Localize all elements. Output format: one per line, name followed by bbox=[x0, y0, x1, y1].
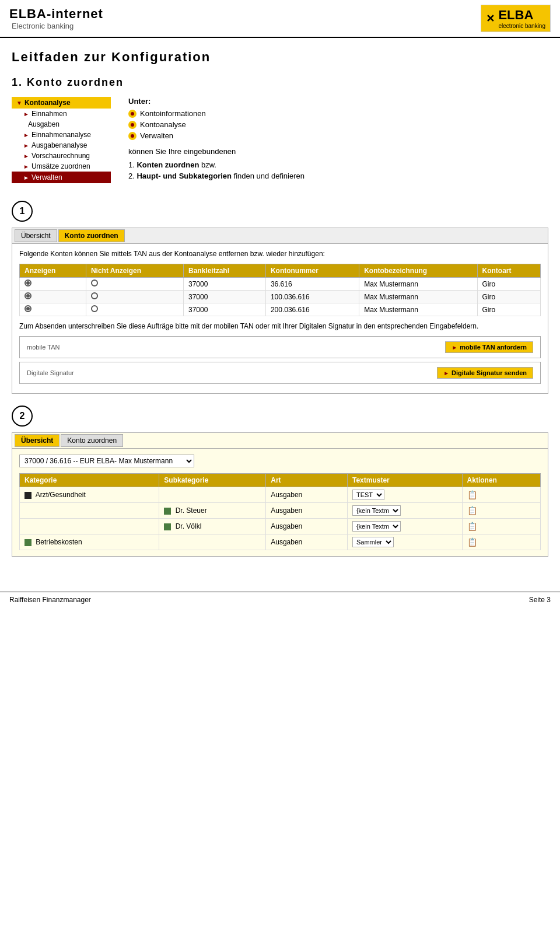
page-title: Leitfaden zur Konfiguration bbox=[12, 50, 548, 65]
sign-section: Zum Absenden unterschreiben Sie diese Au… bbox=[19, 322, 541, 384]
subkat-label-1: Dr. Steuer bbox=[176, 506, 207, 515]
table-row: 37000 36.616 Max Mustermann Giro bbox=[20, 278, 541, 291]
radio-nicht-2[interactable] bbox=[91, 305, 98, 312]
th-aktionen: Aktionen bbox=[462, 474, 540, 487]
action-icon-0[interactable]: 📋 bbox=[467, 490, 477, 499]
bullet-label-2: Verwalten bbox=[140, 131, 173, 140]
tab-ubersicht-1[interactable]: Übersicht bbox=[15, 229, 57, 242]
bullet-icon-2 bbox=[128, 132, 136, 140]
td-bezeichnung-1: Max Mustermann bbox=[359, 291, 477, 303]
header-right: ✕ ELBA electronic banking bbox=[481, 5, 551, 32]
numbered-bold-2: Haupt- und Subkategorien bbox=[136, 172, 232, 180]
td-anzeigen-2 bbox=[20, 303, 86, 316]
table-row: 37000 200.036.616 Max Mustermann Giro bbox=[20, 303, 541, 316]
bullet-item-1: Kontoanalyse bbox=[128, 120, 548, 129]
td-kategorie-0: Arzt/Gesundheit bbox=[20, 487, 159, 503]
textmuster-select-1[interactable]: {kein Textm bbox=[352, 505, 401, 516]
bullet-label-1: Kontoanalyse bbox=[140, 120, 186, 129]
td-kategorie-2 bbox=[20, 519, 159, 534]
th-anzeigen: Anzeigen bbox=[20, 264, 86, 278]
bullet-icon-1 bbox=[128, 121, 136, 129]
digital-sig-btn-label: Digitale Signatur senden bbox=[452, 369, 527, 376]
footer: Raiffeisen Finanzmanager Seite 3 bbox=[0, 592, 560, 607]
digital-sig-button[interactable]: ► Digitale Signatur senden bbox=[437, 367, 533, 379]
textmuster-select-0[interactable]: TEST bbox=[352, 490, 384, 500]
tab-konto-zuordnen-2[interactable]: Konto zuordnen bbox=[61, 434, 123, 447]
info-msg-1: Folgende Konten können Sie mittels TAN a… bbox=[19, 250, 541, 258]
app-header: ELBA-internet Electronic banking ✕ ELBA … bbox=[0, 0, 560, 38]
main-content: Leitfaden zur Konfiguration 1. Konto zuo… bbox=[0, 38, 560, 580]
bullet-icon-0 bbox=[128, 110, 136, 118]
numbered-item-1: 1. Konten zuordnen bzw. bbox=[128, 160, 548, 169]
numbered-bold-1: Konten zuordnen bbox=[136, 160, 199, 169]
td-nicht-0 bbox=[86, 278, 183, 291]
td-kategorie-1 bbox=[20, 503, 159, 519]
action-icon-3[interactable]: 📋 bbox=[467, 537, 477, 547]
td-action-1: 📋 bbox=[462, 503, 540, 519]
td-subkat-3 bbox=[159, 534, 266, 550]
td-kategorie-3: Betriebskosten bbox=[20, 534, 159, 550]
menu-item-einnahmenanalyse[interactable]: ► Einnahmenanalyse bbox=[12, 130, 111, 140]
info-text: können Sie Ihre eingebundenen bbox=[128, 147, 548, 156]
kategorie-label-3: Betriebskosten bbox=[36, 538, 82, 546]
menu-panel: ▼ Kontoanalyse ► Einnahmen Ausgaben ► Ei… bbox=[12, 97, 111, 183]
td-anzeigen-1 bbox=[20, 291, 86, 303]
tab-ubersicht-2[interactable]: Übersicht bbox=[15, 434, 60, 447]
td-blz-0: 37000 bbox=[184, 278, 266, 291]
th-kategorie: Kategorie bbox=[20, 474, 159, 487]
menu-item-einnahmen[interactable]: ► Einnahmen bbox=[12, 109, 111, 119]
radio-nicht-1[interactable] bbox=[91, 292, 98, 299]
footer-left: Raiffeisen Finanzmanager bbox=[9, 596, 91, 604]
tab-konto-zuordnen-1[interactable]: Konto zuordnen bbox=[58, 229, 125, 242]
app-title: ELBA-internet bbox=[9, 6, 103, 22]
menu-item-kontoanalyse[interactable]: ▼ Kontoanalyse bbox=[12, 97, 111, 109]
numbered-item-2: 2. Haupt- und Subkategorien finden und d… bbox=[128, 172, 548, 180]
menu-item-vorschaurechnung[interactable]: ► Vorschaurechnung bbox=[12, 151, 111, 161]
panel-body-1: Folgende Konten können Sie mittels TAN a… bbox=[12, 244, 548, 393]
footer-right: Seite 3 bbox=[529, 596, 551, 604]
arrow-icon-vorschaurechnung: ► bbox=[23, 153, 29, 159]
menu-item-verwalten[interactable]: ► Verwalten bbox=[12, 172, 111, 183]
section1-title: 1. Konto zuordnen bbox=[12, 76, 548, 89]
arrow-icon-einnahmenanalyse: ► bbox=[23, 132, 29, 138]
textmuster-select-2[interactable]: {kein Textm bbox=[352, 521, 401, 532]
mobile-tan-button[interactable]: ► mobile TAN anfordern bbox=[445, 341, 533, 353]
menu-item-ausgabenanalyse[interactable]: ► Ausgabenanalyse bbox=[12, 140, 111, 151]
color-box-3 bbox=[24, 539, 32, 546]
color-box-0 bbox=[24, 492, 32, 499]
td-nicht-1 bbox=[86, 291, 183, 303]
textmuster-select-3[interactable]: Sammler bbox=[352, 537, 394, 547]
radio-nicht-0[interactable] bbox=[91, 279, 98, 286]
btn-arrow-icon: ► bbox=[452, 344, 457, 351]
menu-label-einnahmen: Einnahmen bbox=[32, 110, 67, 118]
mobile-tan-label: mobile TAN bbox=[27, 344, 60, 351]
table-row: Dr. Steuer Ausgaben {kein Textm 📋 bbox=[20, 503, 541, 519]
account-select[interactable]: 37000 / 36.616 -- EUR ELBA- Max Musterma… bbox=[19, 455, 194, 467]
screenshot-panel-1: Übersicht Konto zuordnen Folgende Konten… bbox=[12, 228, 548, 394]
td-kontonr-2: 200.036.616 bbox=[265, 303, 359, 316]
bullet-item-0: Kontoinformationen bbox=[128, 109, 548, 118]
radio-anzeigen-0[interactable] bbox=[24, 279, 32, 286]
menu-label-einnahmenanalyse: Einnahmenanalyse bbox=[32, 131, 91, 139]
td-action-2: 📋 bbox=[462, 519, 540, 534]
menu-item-ausgaben[interactable]: Ausgaben bbox=[12, 119, 111, 130]
logo-x-icon: ✕ bbox=[486, 12, 495, 25]
info-panel: Unter: Kontoinformationen Kontoanalyse V… bbox=[128, 97, 548, 183]
td-art-0: Giro bbox=[477, 278, 540, 291]
subkat-label-2: Dr. Völkl bbox=[176, 522, 202, 530]
td-subkat-2: Dr. Völkl bbox=[159, 519, 266, 534]
action-icon-2[interactable]: 📋 bbox=[467, 522, 477, 531]
action-icon-1[interactable]: 📋 bbox=[467, 506, 477, 515]
logo-box: ✕ ELBA electronic banking bbox=[481, 5, 551, 32]
mobile-tan-box: mobile TAN ► mobile TAN anfordern bbox=[19, 336, 541, 358]
select-row: 37000 / 36.616 -- EUR ELBA- Max Musterma… bbox=[19, 455, 541, 467]
color-box-sub-2 bbox=[164, 523, 171, 530]
arrow-icon-ausgabenanalyse: ► bbox=[23, 142, 29, 149]
menu-item-umsaetze[interactable]: ► Umsätze zuordnen bbox=[12, 161, 111, 172]
td-kontonr-0: 36.616 bbox=[265, 278, 359, 291]
radio-anzeigen-2[interactable] bbox=[24, 305, 32, 312]
logo-elba: ELBA bbox=[498, 8, 545, 23]
color-box-sub-1 bbox=[164, 508, 171, 515]
tab-bar-1: Übersicht Konto zuordnen bbox=[12, 228, 548, 244]
radio-anzeigen-1[interactable] bbox=[24, 292, 32, 299]
